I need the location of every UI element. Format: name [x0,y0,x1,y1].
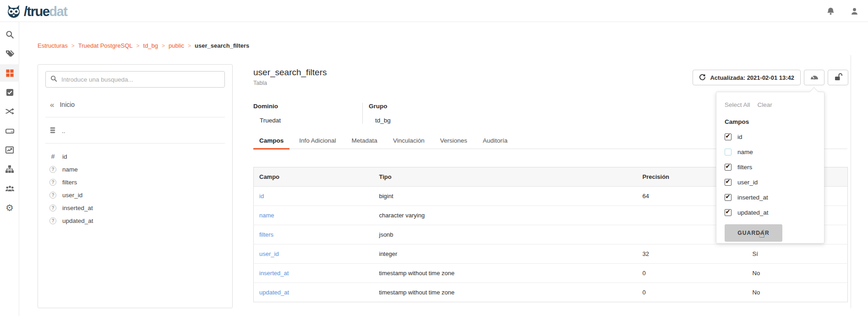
page-subtitle: Tabla [253,80,267,86]
unlock-button[interactable] [828,70,848,85]
field-link[interactable]: id [254,187,374,206]
truedat-logo[interactable]: /truedat [5,2,67,21]
taxonomy-icon[interactable] [0,161,19,178]
page-title: user_search_filters [253,67,327,78]
gauge-icon [810,72,819,83]
field-item-id[interactable]: # id [38,150,232,163]
clear-link[interactable]: Clear [758,101,772,108]
search-input[interactable] [61,76,220,83]
field-link[interactable]: updated_at [254,283,374,302]
column-header-tipo: Tipo [374,167,637,187]
panel-search-box [45,71,225,88]
breadcrumb-separator: > [162,43,165,49]
question-icon: ? [49,166,56,173]
divider [851,55,851,308]
home-link-label: Inicio [60,101,75,108]
home-link[interactable]: « Inicio [38,99,232,111]
tab-vinculacion[interactable]: Vinculación [387,137,431,149]
field-col4: No [747,283,848,302]
field-link[interactable]: name [254,206,374,225]
popup-option-id[interactable]: id [725,133,816,140]
guardar-button[interactable]: GUARDAR [725,224,782,242]
owl-icon [5,2,23,21]
settings-gear-icon[interactable]: ⚙ [0,199,19,216]
field-link[interactable]: inserted_at [254,264,374,283]
popup-option-filters[interactable]: filters [725,163,816,171]
checkbox-label: filters [737,164,752,171]
field-item-filters[interactable]: ? filters [38,176,232,188]
popup-option-inserted-at[interactable]: inserted_at [725,194,816,201]
breadcrumb-link[interactable]: td_bg [143,42,158,49]
checkbox-user-id[interactable] [725,179,732,186]
database-icon [49,127,56,135]
popup-option-updated-at[interactable]: updated_at [725,209,816,216]
breadcrumb-link[interactable]: Estructuras [38,42,68,49]
nav-rail: ⚙ [0,22,19,316]
column-picker-popup: Select All Clear Campos id name filters … [716,92,824,244]
table-row: updated_at timestamp without time zone 0… [254,283,848,302]
tab-versiones[interactable]: Versiones [434,137,473,149]
sources-icon[interactable] [0,122,19,139]
detail-value: td_bg [375,117,471,124]
refresh-icon [699,73,706,82]
popup-option-name[interactable]: name [725,148,816,155]
breadcrumb-separator: > [188,43,191,49]
checkbox-id[interactable] [725,133,732,140]
field-precision: 0 [637,283,747,302]
detail-label: Dominio [253,103,362,110]
tags-icon[interactable] [0,45,19,62]
tab-auditoria[interactable]: Auditoría [477,137,513,149]
table-row: user_id integer 32 Sí [254,244,848,264]
gauge-button[interactable] [804,70,824,85]
field-label: name [62,166,78,173]
field-type: timestamp without time zone [374,264,637,283]
field-type: integer [374,244,637,264]
breadcrumb-current: user_search_filters [195,42,249,49]
breadcrumb-link[interactable]: Truedat PostgreSQL [78,42,133,49]
top-header: /truedat [0,0,868,22]
popup-option-user-id[interactable]: user_id [725,178,816,186]
quality-icon[interactable] [0,83,19,101]
question-icon: ? [49,217,56,224]
charts-icon[interactable] [0,141,19,159]
field-link[interactable]: filters [254,225,374,244]
checkbox-filters[interactable] [725,164,732,171]
lineage-icon[interactable] [0,103,19,120]
unlock-icon [834,72,843,83]
tab-metadata[interactable]: Metadata [346,137,383,149]
select-all-link[interactable]: Select All [725,101,750,108]
structures-icon[interactable] [0,64,19,82]
structure-browser-panel: « Inicio .. # id ? name ? filters [38,64,233,308]
field-label: inserted_at [62,205,93,211]
breadcrumb-link[interactable]: public [169,42,184,49]
breadcrumb-separator: > [71,43,75,49]
details-section: Dominio Truedat Grupo td_bg [253,103,471,124]
parent-structure-item[interactable]: .. [38,125,232,137]
column-header-campo: Campo [254,167,374,187]
field-label: updated_at [62,217,93,224]
parent-structure-label: .. [62,128,66,134]
checkbox-name[interactable] [725,149,732,155]
field-item-user-id[interactable]: ? user_id [38,188,232,201]
search-icon[interactable] [0,26,19,43]
field-item-name[interactable]: ? name [38,163,232,176]
tab-campos[interactable]: Campos [253,137,289,149]
field-type: timestamp without time zone [374,283,637,302]
field-item-updated-at[interactable]: ? updated_at [38,214,232,227]
field-link[interactable]: user_id [254,244,374,264]
field-type: character varying [374,206,637,225]
breadcrumb-separator: > [136,43,140,49]
question-icon: ? [49,205,56,211]
checkbox-inserted-at[interactable] [725,194,732,201]
users-icon[interactable] [0,180,19,197]
mouse-cursor-pointer: ☝ [759,228,765,240]
updated-button[interactable]: Actualizada: 2021-02-01 13:42 [693,70,801,85]
tab-info-adicional[interactable]: Info Adicional [293,137,342,149]
divider [45,117,225,117]
bell-icon[interactable] [825,6,836,17]
user-icon[interactable] [849,6,860,17]
field-item-inserted-at[interactable]: ? inserted_at [38,201,232,214]
checkbox-updated-at[interactable] [725,209,732,216]
breadcrumb: Estructuras > Truedat PostgreSQL > td_bg… [38,42,249,49]
question-icon: ? [49,179,56,186]
